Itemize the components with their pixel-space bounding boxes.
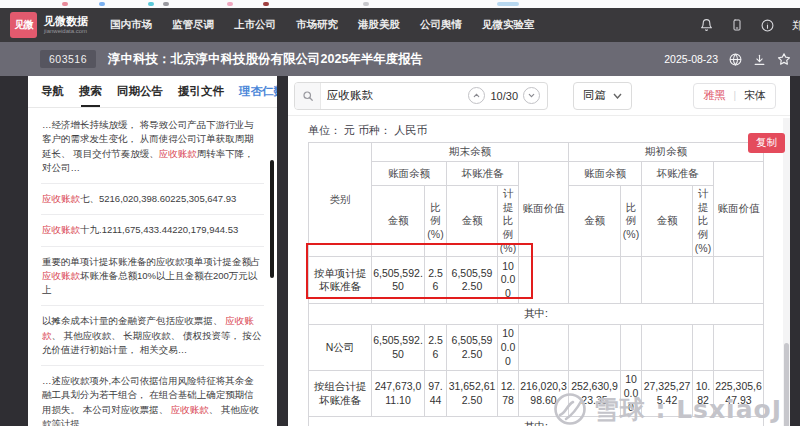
nav-item-上市公司[interactable]: 上市公司 [234,18,276,32]
logo-icon: 见微 [10,12,37,38]
header-book-balance: 账面余额 [372,162,447,186]
value-cell: 6,505,592.50 [447,325,498,371]
search-icon [295,83,321,109]
search-result-item[interactable]: 应收账款七、5216,020,398.60225,305,647.93 [41,184,264,215]
header-amount: 金额 [372,186,425,257]
header-provision-ratio: 计提比例(%) [498,186,519,257]
search-result-item[interactable]: 重要的单项计提坏账准备的应收款项单项计提金额占应收账款坏账准备总额10%以上且金… [41,247,264,307]
favicon-dot [497,2,519,6]
value-cell: 2.56 [425,257,447,304]
result-text: 十九.1211,675,433.44220,179,944.53 [80,224,238,235]
favicon-dot [99,2,105,6]
match-navigator: 10/30 [468,87,547,104]
next-match-button[interactable] [523,87,540,104]
receivables-table-wrap: 类别 期末余额 期初余额 账面余额 坏账准备 账面价值 账面余额 坏账准备 账面… [308,142,766,426]
table-body: 按单项计提坏账准备6,505,592.502.566,505,592.50100… [309,257,764,426]
keyword-highlight: 应收账款 [171,404,209,415]
stock-code-badge: 603516 [40,50,96,68]
value-cell [714,325,764,371]
star-icon[interactable] [777,52,791,66]
value-cell: 225,305,647.93 [714,371,764,417]
favicon-dot [163,2,169,6]
search-result-item[interactable]: …经济增长持续放缓， 将导致公司产品下游行业与客户的需求发生变化， 从而使得公司… [41,110,264,184]
font-option-yahei[interactable]: 雅黑 [703,88,725,103]
scope-dropdown[interactable]: 同篇 [573,82,632,110]
value-cell: 12.78 [498,371,519,417]
bell-icon[interactable] [700,18,713,32]
value-cell [621,257,642,304]
logo-text: 见微数据 jianweidata.com [44,15,88,35]
table-row: 其中: [309,304,764,325]
table-header: 类别 期末余额 期初余额 账面余额 坏账准备 账面价值 账面余额 坏账准备 账面… [309,143,764,257]
value-cell: 252,630,923.35 [569,371,621,417]
header-category: 类别 [309,143,372,257]
document-title: 淳中科技：北京淳中科技股份有限公司2025年半年度报告 [108,51,423,68]
value-cell: 100.00 [498,257,519,304]
favicon-dot [263,2,269,6]
panel-divider [277,76,288,426]
value-cell [519,257,569,304]
mobile-icon[interactable] [731,18,743,32]
font-option-songti[interactable]: 宋体 [744,88,766,103]
category-cell: 按单项计提坏账准备 [309,257,372,304]
browser-strip [0,0,800,8]
value-cell: 6,505,592.50 [372,257,425,304]
search-result-item[interactable]: 应收账款十九.1211,675,433.44220,179,944.53 [41,215,264,246]
keyword-highlight: 应收账款 [42,224,80,235]
tab-同期公告[interactable]: 同期公告 [117,76,163,107]
copy-button[interactable]: 复制 [748,133,785,153]
download-icon[interactable] [753,53,766,66]
user-name[interactable]: 郑 [792,18,800,33]
value-cell: 100.00 [621,371,642,417]
keyword-highlight: 应收账款 [159,148,197,159]
nav-item-市场研究[interactable]: 市场研究 [296,18,338,32]
sidebar-scrollbar[interactable] [270,160,274,278]
search-input[interactable] [321,90,468,102]
nav-item-公司舆情[interactable]: 公司舆情 [420,18,462,32]
category-cell: 按组合计提坏账准备 [309,371,372,417]
category-cell: N公司 [309,325,372,371]
value-cell [642,325,693,371]
value-cell: 31,652,612.50 [447,371,498,417]
report-date: 2025-08-23 [664,53,718,65]
tab-理杏仁数据[interactable]: 理杏仁数据 [239,76,277,107]
value-cell: 100.00 [498,325,519,371]
logo-title: 见微数据 [44,15,88,28]
favicon-dot [62,2,68,6]
prev-match-button[interactable] [468,87,485,104]
globe-icon[interactable] [729,53,742,66]
header-bad-debt: 坏账准备 [642,162,714,186]
value-cell: 6,505,592.50 [372,325,425,371]
logo[interactable]: 见微 见微数据 jianweidata.com [10,12,88,38]
nav-item-见微实验室[interactable]: 见微实验室 [482,18,535,32]
main-scrollbar-track[interactable] [783,118,790,426]
search-result-item[interactable]: …述应收款项外,本公司依据信用风险特征将其余金融工具划分为若干组合， 在组合基础… [41,366,264,426]
group-label-cell: 其中: [309,304,764,325]
search-result-item[interactable]: 以摊余成本计量的金融资产包括应收票据、 应收账款、 其他应收款、 长期应收款、 … [41,306,264,366]
nav-item-监管尽调[interactable]: 监管尽调 [172,18,214,32]
main-scrollbar-thumb[interactable] [784,343,789,426]
result-text: 以摊余成本计量的金融资产包括应收票据、 [42,315,225,326]
keyword-highlight: 应收账款 [42,193,80,204]
tab-搜索[interactable]: 搜索 [79,76,102,107]
nav-item-港股美股[interactable]: 港股美股 [358,18,400,32]
header-end-balance: 期末余额 [372,143,569,162]
header-book-balance: 账面余额 [569,162,642,186]
tab-导航[interactable]: 导航 [41,76,64,107]
tab-援引文件[interactable]: 援引文件 [178,76,224,107]
header-bad-debt: 坏账准备 [447,162,519,186]
header-amount: 金额 [642,186,693,257]
value-cell: 247,673,011.10 [372,371,425,417]
info-icon[interactable] [761,19,774,32]
value-cell [569,257,621,304]
favicon-dot [148,2,154,6]
content-area: 导航搜索同期公告援引文件理杏仁数据 …经济增长持续放缓， 将导致公司产品下游行业… [0,76,800,426]
page: { "topnav": { "logo_mark": "见微", "logo_t… [0,0,800,426]
header-ratio: 比例(%) [425,186,447,257]
nav-item-国内市场[interactable]: 国内市场 [110,18,152,32]
font-divider: | [733,90,736,101]
top-nav: 见微 见微数据 jianweidata.com 国内市场监管尽调上市公司市场研究… [0,8,800,42]
title-bar: 603516 淳中科技：北京淳中科技股份有限公司2025年半年度报告 2025-… [0,42,800,76]
value-cell [569,325,621,371]
value-cell: 6,505,592.50 [447,257,498,304]
